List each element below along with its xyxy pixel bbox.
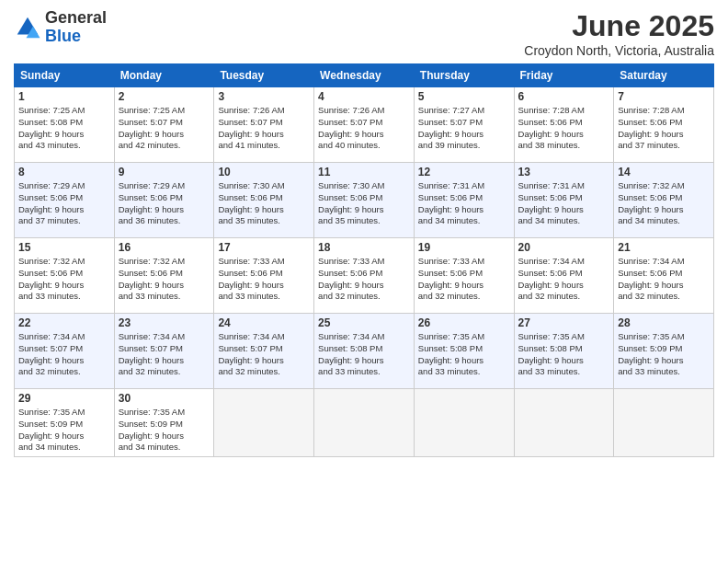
day-number: 21 [618,241,710,254]
table-row [314,389,415,457]
logo: General Blue [14,9,107,46]
logo-general: General [45,9,107,28]
day-info: Sunrise: 7:35 AM Sunset: 5:09 PM Dayligh… [119,407,210,454]
table-row: 15Sunrise: 7:32 AM Sunset: 5:06 PM Dayli… [15,238,115,314]
day-number: 1 [18,90,110,103]
table-row: 4Sunrise: 7:26 AM Sunset: 5:07 PM Daylig… [314,87,415,163]
table-row: 30Sunrise: 7:35 AM Sunset: 5:09 PM Dayli… [114,389,214,457]
header: General Blue June 2025 Croydon North, Vi… [14,9,714,58]
day-number: 16 [119,241,210,254]
calendar-body: 1Sunrise: 7:25 AM Sunset: 5:08 PM Daylig… [15,87,714,457]
day-number: 6 [518,90,610,103]
day-number: 13 [518,166,610,178]
day-info: Sunrise: 7:34 AM Sunset: 5:07 PM Dayligh… [119,331,210,378]
calendar-row: 22Sunrise: 7:34 AM Sunset: 5:07 PM Dayli… [15,314,714,389]
table-row: 19Sunrise: 7:33 AM Sunset: 5:06 PM Dayli… [414,238,514,314]
day-info: Sunrise: 7:30 AM Sunset: 5:06 PM Dayligh… [218,180,310,227]
header-friday: Friday [514,64,614,87]
day-info: Sunrise: 7:31 AM Sunset: 5:06 PM Dayligh… [418,180,510,227]
header-saturday: Saturday [614,64,714,87]
day-number: 25 [318,316,410,329]
day-number: 4 [318,90,410,103]
day-number: 19 [418,241,510,254]
day-info: Sunrise: 7:32 AM Sunset: 5:06 PM Dayligh… [618,180,710,227]
day-info: Sunrise: 7:29 AM Sunset: 5:06 PM Dayligh… [119,180,210,227]
logo-blue: Blue [45,28,107,46]
header-wednesday: Wednesday [314,64,415,87]
title-area: June 2025 Croydon North, Victoria, Austr… [524,9,714,58]
table-row: 5Sunrise: 7:27 AM Sunset: 5:07 PM Daylig… [414,87,514,163]
day-number: 30 [119,392,210,405]
day-number: 12 [418,166,510,178]
day-info: Sunrise: 7:33 AM Sunset: 5:06 PM Dayligh… [418,256,510,303]
table-row: 8Sunrise: 7:29 AM Sunset: 5:06 PM Daylig… [15,163,115,238]
day-info: Sunrise: 7:25 AM Sunset: 5:08 PM Dayligh… [18,105,110,152]
day-info: Sunrise: 7:34 AM Sunset: 5:07 PM Dayligh… [18,331,110,378]
table-row: 13Sunrise: 7:31 AM Sunset: 5:06 PM Dayli… [514,163,614,238]
table-row: 6Sunrise: 7:28 AM Sunset: 5:06 PM Daylig… [514,87,614,163]
day-number: 23 [119,316,210,329]
day-number: 22 [18,316,110,329]
day-number: 15 [18,241,110,254]
day-info: Sunrise: 7:26 AM Sunset: 5:07 PM Dayligh… [218,105,310,152]
table-row [614,389,714,457]
table-row [514,389,614,457]
table-row: 27Sunrise: 7:35 AM Sunset: 5:08 PM Dayli… [514,314,614,389]
day-info: Sunrise: 7:35 AM Sunset: 5:09 PM Dayligh… [618,331,710,378]
day-number: 17 [218,241,310,254]
table-row: 9Sunrise: 7:29 AM Sunset: 5:06 PM Daylig… [114,163,214,238]
day-info: Sunrise: 7:32 AM Sunset: 5:06 PM Dayligh… [119,256,210,303]
header-sunday: Sunday [15,64,115,87]
table-row: 1Sunrise: 7:25 AM Sunset: 5:08 PM Daylig… [15,87,115,163]
day-info: Sunrise: 7:25 AM Sunset: 5:07 PM Dayligh… [119,105,210,152]
header-monday: Monday [114,64,214,87]
day-number: 7 [618,90,710,103]
table-row: 2Sunrise: 7:25 AM Sunset: 5:07 PM Daylig… [114,87,214,163]
day-number: 29 [18,392,110,405]
table-row: 25Sunrise: 7:34 AM Sunset: 5:08 PM Dayli… [314,314,415,389]
table-row: 3Sunrise: 7:26 AM Sunset: 5:07 PM Daylig… [214,87,314,163]
calendar-row: 1Sunrise: 7:25 AM Sunset: 5:08 PM Daylig… [15,87,714,163]
day-number: 11 [318,166,410,178]
table-row: 10Sunrise: 7:30 AM Sunset: 5:06 PM Dayli… [214,163,314,238]
day-number: 27 [518,316,610,329]
table-row: 7Sunrise: 7:28 AM Sunset: 5:06 PM Daylig… [614,87,714,163]
day-number: 26 [418,316,510,329]
day-number: 20 [518,241,610,254]
day-info: Sunrise: 7:34 AM Sunset: 5:07 PM Dayligh… [218,331,310,378]
day-number: 18 [318,241,410,254]
header-thursday: Thursday [414,64,514,87]
table-row: 17Sunrise: 7:33 AM Sunset: 5:06 PM Dayli… [214,238,314,314]
table-row: 14Sunrise: 7:32 AM Sunset: 5:06 PM Dayli… [614,163,714,238]
day-info: Sunrise: 7:35 AM Sunset: 5:09 PM Dayligh… [18,407,110,454]
table-row: 26Sunrise: 7:35 AM Sunset: 5:08 PM Dayli… [414,314,514,389]
table-row: 24Sunrise: 7:34 AM Sunset: 5:07 PM Dayli… [214,314,314,389]
day-info: Sunrise: 7:35 AM Sunset: 5:08 PM Dayligh… [418,331,510,378]
day-info: Sunrise: 7:29 AM Sunset: 5:06 PM Dayligh… [18,180,110,227]
day-number: 24 [218,316,310,329]
table-row: 22Sunrise: 7:34 AM Sunset: 5:07 PM Dayli… [15,314,115,389]
month-title: June 2025 [524,9,714,43]
day-number: 2 [119,90,210,103]
table-row: 11Sunrise: 7:30 AM Sunset: 5:06 PM Dayli… [314,163,415,238]
day-info: Sunrise: 7:26 AM Sunset: 5:07 PM Dayligh… [318,105,410,152]
table-row: 28Sunrise: 7:35 AM Sunset: 5:09 PM Dayli… [614,314,714,389]
logo-icon [14,14,41,41]
day-number: 14 [618,166,710,178]
calendar-table: Sunday Monday Tuesday Wednesday Thursday… [14,63,714,457]
table-row: 29Sunrise: 7:35 AM Sunset: 5:09 PM Dayli… [15,389,115,457]
day-info: Sunrise: 7:27 AM Sunset: 5:07 PM Dayligh… [418,105,510,152]
page: General Blue June 2025 Croydon North, Vi… [0,0,728,563]
table-row: 16Sunrise: 7:32 AM Sunset: 5:06 PM Dayli… [114,238,214,314]
location-subtitle: Croydon North, Victoria, Australia [524,43,714,58]
calendar-row: 8Sunrise: 7:29 AM Sunset: 5:06 PM Daylig… [15,163,714,238]
day-info: Sunrise: 7:33 AM Sunset: 5:06 PM Dayligh… [218,256,310,303]
table-row: 12Sunrise: 7:31 AM Sunset: 5:06 PM Dayli… [414,163,514,238]
logo-text: General Blue [45,9,107,46]
day-number: 3 [218,90,310,103]
header-tuesday: Tuesday [214,64,314,87]
day-info: Sunrise: 7:34 AM Sunset: 5:06 PM Dayligh… [618,256,710,303]
day-info: Sunrise: 7:33 AM Sunset: 5:06 PM Dayligh… [318,256,410,303]
day-info: Sunrise: 7:30 AM Sunset: 5:06 PM Dayligh… [318,180,410,227]
table-row: 21Sunrise: 7:34 AM Sunset: 5:06 PM Dayli… [614,238,714,314]
